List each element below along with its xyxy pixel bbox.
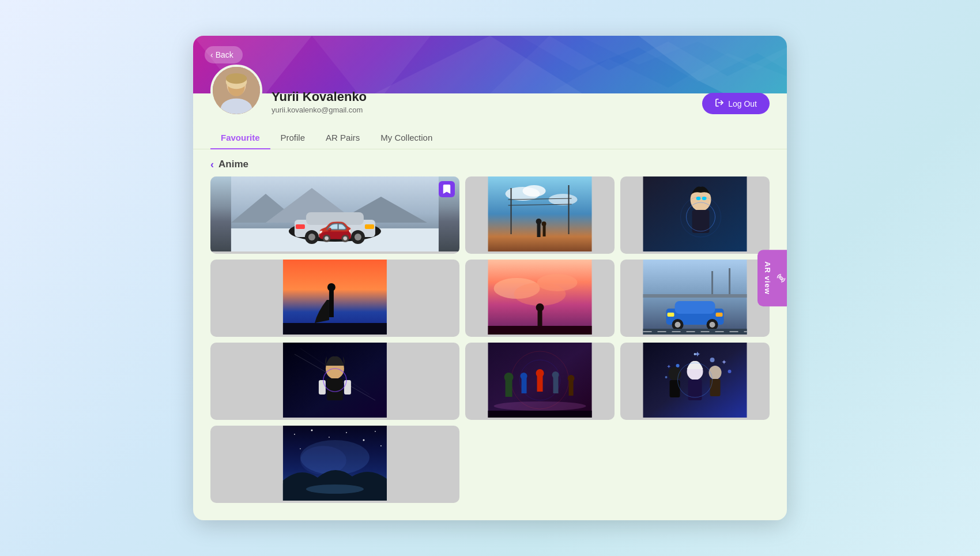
svg-point-95 (710, 358, 714, 362)
svg-point-97 (665, 376, 667, 378)
svg-point-115 (375, 431, 376, 432)
svg-rect-36 (542, 225, 545, 236)
tab-my-collection[interactable]: My Collection (370, 127, 443, 149)
svg-point-10 (226, 73, 247, 84)
svg-point-29 (548, 194, 577, 205)
svg-point-54 (536, 303, 544, 311)
ar-view-button[interactable]: AR view (757, 250, 787, 306)
image-car-snow (210, 176, 459, 251)
svg-point-63 (674, 322, 680, 328)
svg-rect-74 (327, 378, 343, 400)
tab-favourite[interactable]: Favourite (210, 127, 270, 149)
svg-text:✦: ✦ (721, 358, 726, 366)
svg-point-84 (520, 373, 527, 380)
chevron-left-icon: ‹ (210, 50, 213, 59)
tab-ar-pairs[interactable]: AR Pairs (315, 127, 370, 149)
grid-item-clouds-figure[interactable] (465, 260, 615, 337)
logout-icon (715, 98, 724, 109)
svg-rect-34 (537, 223, 540, 237)
svg-point-117 (380, 445, 382, 446)
svg-rect-61 (674, 301, 715, 314)
profile-name: Yurii Kovalenko (272, 89, 770, 104)
grid-item-anime-sky[interactable] (465, 176, 615, 254)
svg-rect-48 (283, 323, 387, 335)
svg-point-65 (709, 322, 715, 328)
logout-label: Log Out (728, 99, 757, 108)
svg-point-91 (493, 401, 586, 411)
svg-text:✦: ✦ (666, 363, 670, 370)
category-header[interactable]: ‹ Anime (193, 149, 787, 176)
svg-rect-102 (669, 380, 680, 397)
chevron-left-icon: ‹ (210, 159, 214, 171)
svg-rect-46 (329, 288, 334, 317)
svg-rect-92 (488, 411, 591, 418)
svg-point-112 (329, 437, 330, 438)
svg-rect-24 (296, 224, 305, 229)
profile-area: Yurii Kovalenko yurii.kovalenko@gmail.co… (193, 65, 787, 122)
grid-item-avengers[interactable] (465, 343, 615, 420)
svg-point-82 (536, 369, 544, 377)
ar-view-icon (777, 273, 786, 283)
image-grid: ✦ ✦ ✦ (193, 176, 787, 520)
category-label: Anime (218, 159, 248, 170)
svg-point-122 (780, 277, 782, 279)
svg-rect-83 (521, 377, 526, 393)
svg-text:✦: ✦ (693, 350, 700, 359)
grid-item-space-night[interactable] (210, 426, 459, 503)
svg-rect-40 (692, 210, 709, 233)
svg-point-90 (567, 375, 574, 382)
svg-point-52 (514, 283, 566, 306)
profile-email: yurii.kovalenko@gmail.com (272, 106, 770, 114)
ar-view-label: AR view (763, 261, 772, 295)
grid-item-blue-car[interactable] (620, 260, 770, 337)
profile-info: Yurii Kovalenko yurii.kovalenko@gmail.co… (272, 89, 770, 122)
svg-point-88 (504, 373, 513, 382)
svg-point-28 (522, 185, 545, 197)
back-button[interactable]: ‹ Back (205, 46, 243, 63)
grid-item-dark-fighter[interactable] (620, 176, 770, 254)
svg-point-114 (363, 439, 364, 441)
svg-point-37 (541, 221, 546, 226)
back-label: Back (216, 50, 233, 59)
app-window: ‹ Back (193, 36, 787, 520)
svg-point-86 (552, 371, 559, 378)
svg-rect-85 (553, 376, 558, 393)
svg-point-98 (728, 370, 731, 373)
grid-item-car-snow[interactable] (210, 176, 459, 254)
tabs-area: Favourite Profile AR Pairs My Collection (193, 127, 787, 149)
svg-point-110 (294, 434, 295, 435)
svg-rect-104 (710, 379, 720, 396)
grid-item-anime-silhouette[interactable] (210, 260, 459, 337)
svg-rect-66 (667, 313, 674, 317)
svg-rect-57 (643, 294, 747, 298)
grid-item-anime-group[interactable]: ✦ ✦ ✦ (620, 343, 770, 420)
tab-profile[interactable]: Profile (270, 127, 316, 149)
svg-rect-55 (488, 326, 591, 335)
svg-point-47 (327, 283, 336, 291)
grid-item-anime-fighter2[interactable] (210, 343, 459, 420)
avatar (210, 65, 262, 117)
svg-rect-16 (231, 228, 439, 251)
svg-rect-89 (568, 380, 573, 396)
svg-point-35 (536, 219, 541, 224)
svg-rect-19 (306, 212, 364, 225)
svg-rect-67 (715, 313, 722, 317)
svg-rect-76 (344, 380, 351, 395)
svg-point-121 (306, 484, 364, 494)
svg-rect-25 (365, 224, 374, 229)
svg-point-23 (355, 234, 361, 241)
svg-point-119 (300, 446, 346, 475)
svg-rect-75 (319, 380, 326, 395)
avatar-image (213, 67, 260, 114)
svg-point-111 (311, 429, 312, 431)
svg-point-94 (676, 364, 679, 367)
svg-point-116 (300, 448, 301, 449)
svg-point-113 (346, 432, 347, 433)
logout-button[interactable]: Log Out (702, 93, 770, 114)
bookmark-icon[interactable] (439, 181, 455, 197)
svg-point-21 (308, 234, 315, 241)
